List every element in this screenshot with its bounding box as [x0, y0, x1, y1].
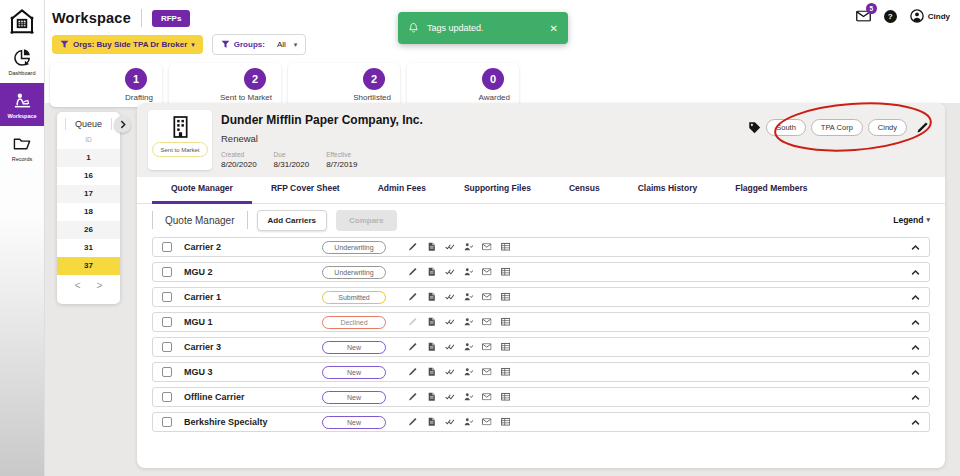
- queue-row[interactable]: 18: [57, 203, 120, 221]
- legend-dropdown[interactable]: Legend ▾: [893, 215, 930, 225]
- rfps-badge[interactable]: RFPs: [152, 10, 190, 27]
- tab-census[interactable]: Census: [550, 183, 619, 204]
- row-checkbox[interactable]: [162, 317, 172, 327]
- chevron-up-icon[interactable]: [911, 244, 920, 251]
- orgs-filter-button[interactable]: Orgs: Buy Side TPA Dr Broker ▾: [52, 35, 203, 54]
- double-check-icon[interactable]: [445, 392, 455, 402]
- stat-card-sent-to-market[interactable]: 2 Sent to Market: [169, 63, 281, 107]
- chevron-up-icon[interactable]: [911, 419, 920, 426]
- edit-icon[interactable]: [408, 367, 418, 377]
- tag-chip[interactable]: South: [766, 119, 806, 136]
- chevron-up-icon[interactable]: [911, 344, 920, 351]
- queue-row[interactable]: 17: [57, 185, 120, 203]
- assign-user-icon[interactable]: [464, 267, 474, 277]
- assign-user-icon[interactable]: [464, 417, 474, 427]
- queue-row[interactable]: 16: [57, 167, 120, 185]
- sidebar-item-dashboard[interactable]: Dashboard: [0, 40, 44, 83]
- notifications-button[interactable]: 5: [856, 10, 871, 22]
- spreadsheet-icon[interactable]: [501, 267, 511, 277]
- email-icon[interactable]: [482, 367, 492, 377]
- double-check-icon[interactable]: [445, 417, 455, 427]
- queue-row[interactable]: 37: [57, 257, 120, 275]
- add-carriers-button[interactable]: Add Carriers: [257, 210, 327, 231]
- document-icon[interactable]: [427, 292, 437, 302]
- assign-user-icon[interactable]: [464, 317, 474, 327]
- help-button[interactable]: ?: [884, 10, 897, 23]
- email-icon[interactable]: [482, 342, 492, 352]
- tab-rfp-cover-sheet[interactable]: RFP Cover Sheet: [252, 183, 359, 204]
- document-icon[interactable]: [427, 417, 437, 427]
- queue-row[interactable]: 31: [57, 239, 120, 257]
- chevron-up-icon[interactable]: [911, 269, 920, 276]
- sidebar-item-records[interactable]: Records: [0, 126, 44, 169]
- tag-chip[interactable]: Cindy: [868, 119, 907, 136]
- queue-row[interactable]: 26: [57, 221, 120, 239]
- row-checkbox[interactable]: [162, 342, 172, 352]
- page-prev-button[interactable]: <: [75, 280, 81, 291]
- queue-row[interactable]: 1: [57, 149, 120, 167]
- edit-icon[interactable]: [408, 392, 418, 402]
- tab-flagged-members[interactable]: Flagged Members: [716, 183, 826, 204]
- row-checkbox[interactable]: [162, 242, 172, 252]
- edit-icon[interactable]: [408, 417, 418, 427]
- stat-card-awarded[interactable]: 0 Awarded: [407, 63, 519, 107]
- stat-card-drafting[interactable]: 1 Drafting: [50, 63, 162, 107]
- row-checkbox[interactable]: [162, 292, 172, 302]
- email-icon[interactable]: [482, 392, 492, 402]
- tab-admin-fees[interactable]: Admin Fees: [359, 183, 445, 204]
- edit-icon[interactable]: [408, 267, 418, 277]
- page-next-button[interactable]: >: [97, 280, 103, 291]
- document-icon[interactable]: [427, 367, 437, 377]
- email-icon[interactable]: [482, 417, 492, 427]
- assign-user-icon[interactable]: [464, 367, 474, 377]
- edit-icon[interactable]: [408, 242, 418, 252]
- edit-tags-icon[interactable]: [916, 121, 929, 134]
- row-checkbox[interactable]: [162, 392, 172, 402]
- queue-collapse-button[interactable]: [114, 116, 131, 133]
- stat-card-shortlisted[interactable]: 2 Shortlisted: [288, 63, 400, 107]
- spreadsheet-icon[interactable]: [501, 317, 511, 327]
- double-check-icon[interactable]: [445, 342, 455, 352]
- groups-filter-button[interactable]: Groups: All ▾: [212, 34, 307, 55]
- double-check-icon[interactable]: [445, 292, 455, 302]
- close-icon[interactable]: ✕: [550, 23, 558, 34]
- assign-user-icon[interactable]: [464, 342, 474, 352]
- assign-user-icon[interactable]: [464, 292, 474, 302]
- row-checkbox[interactable]: [162, 367, 172, 377]
- double-check-icon[interactable]: [445, 267, 455, 277]
- chevron-up-icon[interactable]: [911, 319, 920, 326]
- spreadsheet-icon[interactable]: [501, 392, 511, 402]
- row-checkbox[interactable]: [162, 417, 172, 427]
- edit-icon[interactable]: [408, 342, 418, 352]
- spreadsheet-icon[interactable]: [501, 242, 511, 252]
- double-check-icon[interactable]: [445, 367, 455, 377]
- spreadsheet-icon[interactable]: [501, 367, 511, 377]
- spreadsheet-icon[interactable]: [501, 292, 511, 302]
- assign-user-icon[interactable]: [464, 392, 474, 402]
- email-icon[interactable]: [482, 317, 492, 327]
- tab-supporting-files[interactable]: Supporting Files: [445, 183, 550, 204]
- document-icon[interactable]: [427, 392, 437, 402]
- tab-claims-history[interactable]: Claims History: [619, 183, 717, 204]
- user-menu[interactable]: Cindy: [910, 9, 950, 23]
- document-icon[interactable]: [427, 342, 437, 352]
- tag-chip[interactable]: TPA Corp: [811, 119, 863, 136]
- chevron-up-icon[interactable]: [911, 394, 920, 401]
- assign-user-icon[interactable]: [464, 242, 474, 252]
- edit-icon[interactable]: [408, 292, 418, 302]
- row-checkbox[interactable]: [162, 267, 172, 277]
- double-check-icon[interactable]: [445, 317, 455, 327]
- tab-quote-manager[interactable]: Quote Manager: [152, 183, 252, 204]
- spreadsheet-icon[interactable]: [501, 417, 511, 427]
- spreadsheet-icon[interactable]: [501, 342, 511, 352]
- document-icon[interactable]: [427, 267, 437, 277]
- email-icon[interactable]: [482, 267, 492, 277]
- chevron-up-icon[interactable]: [911, 294, 920, 301]
- email-icon[interactable]: [482, 242, 492, 252]
- chevron-up-icon[interactable]: [911, 369, 920, 376]
- sidebar-item-workspace[interactable]: Workspace: [0, 83, 44, 126]
- email-icon[interactable]: [482, 292, 492, 302]
- document-icon[interactable]: [427, 317, 437, 327]
- document-icon[interactable]: [427, 242, 437, 252]
- double-check-icon[interactable]: [445, 242, 455, 252]
